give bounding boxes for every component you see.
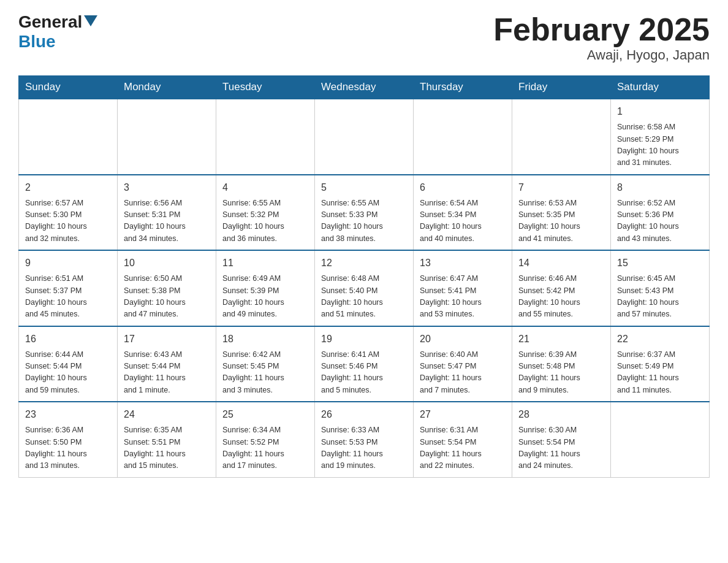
day-info: Sunrise: 6:46 AM Sunset: 5:42 PM Dayligh…	[518, 273, 604, 321]
day-info: Sunrise: 6:47 AM Sunset: 5:41 PM Dayligh…	[420, 273, 506, 321]
day-number: 21	[518, 332, 604, 347]
day-info: Sunrise: 6:56 AM Sunset: 5:31 PM Dayligh…	[124, 197, 210, 245]
day-info: Sunrise: 6:55 AM Sunset: 5:32 PM Dayligh…	[222, 197, 308, 245]
day-number: 5	[321, 180, 407, 195]
day-number: 14	[518, 256, 604, 270]
day-info: Sunrise: 6:58 AM Sunset: 5:29 PM Dayligh…	[617, 121, 703, 169]
day-number: 9	[25, 256, 111, 270]
calendar-day-cell	[19, 99, 118, 175]
calendar-day-cell	[315, 99, 414, 175]
calendar-day-cell: 4Sunrise: 6:55 AM Sunset: 5:32 PM Daylig…	[216, 175, 315, 251]
calendar-day-cell: 13Sunrise: 6:47 AM Sunset: 5:41 PM Dayli…	[414, 250, 512, 326]
calendar-day-cell: 3Sunrise: 6:56 AM Sunset: 5:31 PM Daylig…	[118, 175, 216, 251]
day-info: Sunrise: 6:52 AM Sunset: 5:36 PM Dayligh…	[617, 197, 703, 245]
day-info: Sunrise: 6:36 AM Sunset: 5:50 PM Dayligh…	[25, 424, 111, 472]
day-number: 13	[420, 256, 506, 270]
calendar-day-cell	[118, 99, 216, 175]
logo-blue-text: Blue	[18, 32, 56, 52]
day-number: 11	[222, 256, 308, 270]
calendar-day-cell: 28Sunrise: 6:30 AM Sunset: 5:54 PM Dayli…	[512, 402, 611, 477]
calendar-day-cell	[611, 402, 710, 477]
day-number: 23	[25, 407, 111, 422]
calendar-day-cell: 21Sunrise: 6:39 AM Sunset: 5:48 PM Dayli…	[512, 326, 611, 402]
day-number: 1	[617, 104, 703, 119]
calendar-day-cell: 26Sunrise: 6:33 AM Sunset: 5:53 PM Dayli…	[315, 402, 414, 477]
day-number: 10	[124, 256, 210, 270]
calendar-week-row: 9Sunrise: 6:51 AM Sunset: 5:37 PM Daylig…	[19, 250, 710, 326]
day-number: 3	[124, 180, 210, 195]
days-header-row: SundayMondayTuesdayWednesdayThursdayFrid…	[19, 76, 710, 99]
calendar-table: SundayMondayTuesdayWednesdayThursdayFrid…	[18, 75, 710, 478]
day-info: Sunrise: 6:35 AM Sunset: 5:51 PM Dayligh…	[124, 424, 210, 472]
svg-marker-0	[84, 15, 97, 26]
day-number: 24	[124, 407, 210, 422]
calendar-week-row: 1Sunrise: 6:58 AM Sunset: 5:29 PM Daylig…	[19, 99, 710, 175]
day-number: 17	[124, 332, 210, 347]
day-info: Sunrise: 6:49 AM Sunset: 5:39 PM Dayligh…	[222, 273, 308, 321]
calendar-day-cell: 11Sunrise: 6:49 AM Sunset: 5:39 PM Dayli…	[216, 250, 315, 326]
day-of-week-header: Monday	[118, 76, 216, 99]
day-number: 20	[420, 332, 506, 347]
day-of-week-header: Sunday	[19, 76, 118, 99]
day-number: 4	[222, 180, 308, 195]
day-number: 25	[222, 407, 308, 422]
day-number: 27	[420, 407, 506, 422]
calendar-day-cell: 23Sunrise: 6:36 AM Sunset: 5:50 PM Dayli…	[19, 402, 118, 477]
day-number: 12	[321, 256, 407, 270]
day-info: Sunrise: 6:40 AM Sunset: 5:47 PM Dayligh…	[420, 349, 506, 397]
day-info: Sunrise: 6:43 AM Sunset: 5:44 PM Dayligh…	[124, 349, 210, 397]
calendar-day-cell	[512, 99, 611, 175]
logo: General Blue	[18, 12, 97, 52]
calendar-day-cell: 12Sunrise: 6:48 AM Sunset: 5:40 PM Dayli…	[315, 250, 414, 326]
calendar-day-cell: 25Sunrise: 6:34 AM Sunset: 5:52 PM Dayli…	[216, 402, 315, 477]
calendar-day-cell: 16Sunrise: 6:44 AM Sunset: 5:44 PM Dayli…	[19, 326, 118, 402]
day-number: 2	[25, 180, 111, 195]
day-info: Sunrise: 6:45 AM Sunset: 5:43 PM Dayligh…	[617, 273, 703, 321]
logo-general-text: General	[18, 12, 82, 32]
calendar-body: 1Sunrise: 6:58 AM Sunset: 5:29 PM Daylig…	[19, 99, 710, 477]
day-of-week-header: Friday	[512, 76, 611, 99]
month-title: February 2025	[493, 12, 710, 47]
day-of-week-header: Saturday	[611, 76, 710, 99]
title-section: February 2025 Awaji, Hyogo, Japan	[493, 12, 710, 63]
day-number: 7	[518, 180, 604, 195]
day-number: 6	[420, 180, 506, 195]
day-info: Sunrise: 6:30 AM Sunset: 5:54 PM Dayligh…	[518, 424, 604, 472]
calendar-day-cell: 8Sunrise: 6:52 AM Sunset: 5:36 PM Daylig…	[611, 175, 710, 251]
calendar-day-cell: 5Sunrise: 6:55 AM Sunset: 5:33 PM Daylig…	[315, 175, 414, 251]
calendar-day-cell: 24Sunrise: 6:35 AM Sunset: 5:51 PM Dayli…	[118, 402, 216, 477]
day-info: Sunrise: 6:48 AM Sunset: 5:40 PM Dayligh…	[321, 273, 407, 321]
calendar-day-cell: 20Sunrise: 6:40 AM Sunset: 5:47 PM Dayli…	[414, 326, 512, 402]
day-info: Sunrise: 6:37 AM Sunset: 5:49 PM Dayligh…	[617, 349, 703, 397]
calendar-day-cell: 22Sunrise: 6:37 AM Sunset: 5:49 PM Dayli…	[611, 326, 710, 402]
day-info: Sunrise: 6:50 AM Sunset: 5:38 PM Dayligh…	[124, 273, 210, 321]
calendar-week-row: 2Sunrise: 6:57 AM Sunset: 5:30 PM Daylig…	[19, 175, 710, 251]
location-text: Awaji, Hyogo, Japan	[493, 47, 710, 63]
day-number: 15	[617, 256, 703, 270]
calendar-day-cell: 19Sunrise: 6:41 AM Sunset: 5:46 PM Dayli…	[315, 326, 414, 402]
calendar-day-cell: 18Sunrise: 6:42 AM Sunset: 5:45 PM Dayli…	[216, 326, 315, 402]
day-of-week-header: Thursday	[414, 76, 512, 99]
day-info: Sunrise: 6:53 AM Sunset: 5:35 PM Dayligh…	[518, 197, 604, 245]
calendar-day-cell: 1Sunrise: 6:58 AM Sunset: 5:29 PM Daylig…	[611, 99, 710, 175]
day-info: Sunrise: 6:39 AM Sunset: 5:48 PM Dayligh…	[518, 349, 604, 397]
calendar-day-cell: 2Sunrise: 6:57 AM Sunset: 5:30 PM Daylig…	[19, 175, 118, 251]
calendar-day-cell: 27Sunrise: 6:31 AM Sunset: 5:54 PM Dayli…	[414, 402, 512, 477]
day-number: 16	[25, 332, 111, 347]
day-info: Sunrise: 6:34 AM Sunset: 5:52 PM Dayligh…	[222, 424, 308, 472]
day-info: Sunrise: 6:51 AM Sunset: 5:37 PM Dayligh…	[25, 273, 111, 321]
day-number: 28	[518, 407, 604, 422]
day-info: Sunrise: 6:57 AM Sunset: 5:30 PM Dayligh…	[25, 197, 111, 245]
day-info: Sunrise: 6:41 AM Sunset: 5:46 PM Dayligh…	[321, 349, 407, 397]
calendar-day-cell: 6Sunrise: 6:54 AM Sunset: 5:34 PM Daylig…	[414, 175, 512, 251]
calendar-day-cell: 9Sunrise: 6:51 AM Sunset: 5:37 PM Daylig…	[19, 250, 118, 326]
day-info: Sunrise: 6:55 AM Sunset: 5:33 PM Dayligh…	[321, 197, 407, 245]
day-number: 22	[617, 332, 703, 347]
day-info: Sunrise: 6:44 AM Sunset: 5:44 PM Dayligh…	[25, 349, 111, 397]
calendar-header: SundayMondayTuesdayWednesdayThursdayFrid…	[19, 76, 710, 99]
calendar-day-cell: 15Sunrise: 6:45 AM Sunset: 5:43 PM Dayli…	[611, 250, 710, 326]
calendar-day-cell	[414, 99, 512, 175]
day-info: Sunrise: 6:31 AM Sunset: 5:54 PM Dayligh…	[420, 424, 506, 472]
day-number: 18	[222, 332, 308, 347]
calendar-week-row: 16Sunrise: 6:44 AM Sunset: 5:44 PM Dayli…	[19, 326, 710, 402]
